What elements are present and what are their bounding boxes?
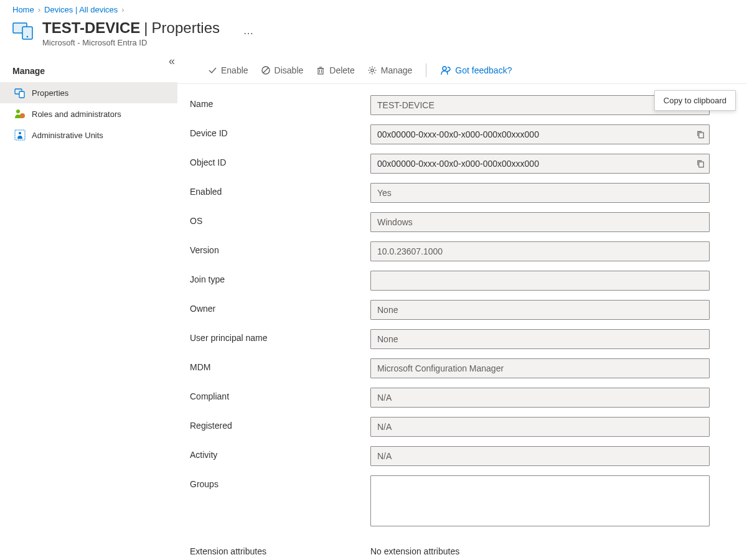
svg-line-22	[374, 72, 375, 73]
value-compliant: N/A	[377, 393, 392, 403]
copy-icon	[696, 159, 705, 169]
svg-point-5	[16, 110, 20, 113]
field-enabled: Yes	[370, 183, 710, 203]
svg-point-16	[371, 69, 374, 72]
svg-point-2	[27, 36, 29, 38]
disable-button[interactable]: Disable	[256, 63, 309, 78]
breadcrumb-devices[interactable]: Devices | All devices	[44, 5, 118, 14]
value-activity: N/A	[377, 451, 392, 461]
check-icon	[207, 65, 217, 75]
field-device-id[interactable]: 00x00000-0xxx-00x0-x000-000x00xxx000	[370, 124, 710, 144]
value-owner: None	[377, 305, 398, 315]
row-join-type: Join type	[190, 271, 710, 291]
value-enabled: Yes	[377, 188, 392, 198]
label-owner: Owner	[190, 300, 370, 314]
label-name: Name	[190, 95, 370, 109]
svg-point-6	[20, 113, 25, 118]
field-object-id[interactable]: 00x00000-0xxx-00x0-x000-000x00xxx000	[370, 154, 710, 174]
content: Enable Disable Delete Manage	[177, 57, 747, 560]
row-os: OS Windows	[190, 212, 710, 232]
properties-icon	[14, 87, 26, 98]
toolbar: Enable Disable Delete Manage	[177, 57, 747, 84]
row-mdm: MDM Microsoft Configuration Manager	[190, 358, 710, 378]
row-owner: Owner None	[190, 300, 710, 320]
page-header: TEST-DEVICE | Properties Microsoft - Mic…	[0, 17, 747, 57]
row-version: Version 10.0.23607.1000	[190, 241, 710, 261]
row-enabled: Enabled Yes	[190, 183, 710, 203]
value-registered: N/A	[377, 422, 392, 432]
enable-button[interactable]: Enable	[202, 63, 253, 78]
value-device-id: 00x00000-0xxx-00x0-x000-000x00xxx000	[377, 129, 539, 139]
field-activity: N/A	[370, 446, 710, 466]
value-upn: None	[377, 334, 398, 344]
more-actions-button[interactable]: ⋯	[240, 24, 258, 43]
row-compliant: Compliant N/A	[190, 388, 710, 408]
row-groups: Groups	[190, 475, 710, 526]
sidebar-item-label: Administrative Units	[32, 131, 103, 140]
label-enabled: Enabled	[190, 183, 370, 197]
value-mdm: Microsoft Configuration Manager	[377, 363, 504, 373]
svg-rect-4	[19, 91, 24, 98]
label-version: Version	[190, 241, 370, 255]
value-version: 10.0.23607.1000	[377, 246, 443, 256]
copy-object-id-button[interactable]	[695, 158, 707, 170]
collapse-sidebar-button[interactable]: «	[169, 55, 175, 68]
page-subtitle: Microsoft - Microsoft Entra ID	[42, 38, 220, 47]
label-os: OS	[190, 212, 370, 226]
manage-label: Manage	[381, 65, 413, 75]
chevron-right-icon: ›	[38, 5, 40, 14]
field-join-type	[370, 271, 710, 291]
sidebar-item-label: Properties	[32, 88, 68, 98]
row-upn: User principal name None	[190, 329, 710, 349]
copy-icon	[696, 130, 705, 139]
breadcrumb-home[interactable]: Home	[12, 5, 34, 14]
device-icon	[12, 19, 34, 40]
delete-button[interactable]: Delete	[311, 63, 359, 78]
label-registered: Registered	[190, 417, 370, 431]
feedback-button[interactable]: Got feedback?	[435, 62, 517, 78]
row-ext-attr: Extension attributes No extension attrib…	[190, 543, 710, 556]
label-upn: User principal name	[190, 329, 370, 343]
field-owner: None	[370, 300, 710, 320]
label-mdm: MDM	[190, 358, 370, 372]
label-object-id: Object ID	[190, 154, 370, 167]
svg-line-21	[369, 67, 370, 68]
value-object-id: 00x00000-0xxx-00x0-x000-000x00xxx000	[377, 159, 539, 169]
svg-line-23	[369, 72, 370, 73]
sidebar-item-roles[interactable]: Roles and administrators	[0, 103, 177, 124]
row-name: Name TEST-DEVICE	[190, 95, 710, 115]
row-activity: Activity N/A	[190, 446, 710, 466]
field-version: 10.0.23607.1000	[370, 241, 710, 261]
toolbar-separator	[426, 63, 426, 77]
value-os: Windows	[377, 217, 413, 227]
row-registered: Registered N/A	[190, 417, 710, 437]
sidebar: « Manage Properties Roles and administra…	[0, 57, 177, 560]
manage-button[interactable]: Manage	[362, 63, 418, 78]
feedback-icon	[440, 65, 451, 76]
breadcrumb: Home › Devices | All devices ›	[0, 0, 747, 17]
title-section: Properties	[152, 19, 220, 37]
svg-point-8	[19, 132, 21, 134]
value-ext-attr: No extension attributes	[370, 546, 459, 556]
properties-form: Copy to clipboard Name TEST-DEVICE Devic…	[177, 84, 747, 556]
field-registered: N/A	[370, 417, 710, 437]
field-ext-attr: No extension attributes	[370, 543, 710, 556]
row-object-id: Object ID 00x00000-0xxx-00x0-x000-000x00…	[190, 154, 710, 174]
trash-icon	[316, 65, 326, 75]
svg-rect-26	[699, 133, 704, 138]
enable-label: Enable	[221, 65, 248, 75]
label-ext-attr: Extension attributes	[190, 543, 370, 556]
block-icon	[261, 65, 271, 75]
gear-icon	[367, 65, 377, 75]
field-upn: None	[370, 329, 710, 349]
svg-line-24	[374, 67, 375, 68]
title-device-name: TEST-DEVICE	[42, 19, 140, 37]
sidebar-item-admin-units[interactable]: Administrative Units	[0, 124, 177, 146]
label-compliant: Compliant	[190, 388, 370, 401]
sidebar-item-properties[interactable]: Properties	[0, 82, 177, 103]
copy-device-id-button[interactable]	[695, 129, 707, 141]
sidebar-item-label: Roles and administrators	[32, 110, 121, 119]
chevron-right-icon: ›	[121, 5, 124, 14]
disable-label: Disable	[275, 65, 304, 75]
field-groups[interactable]	[370, 475, 710, 526]
